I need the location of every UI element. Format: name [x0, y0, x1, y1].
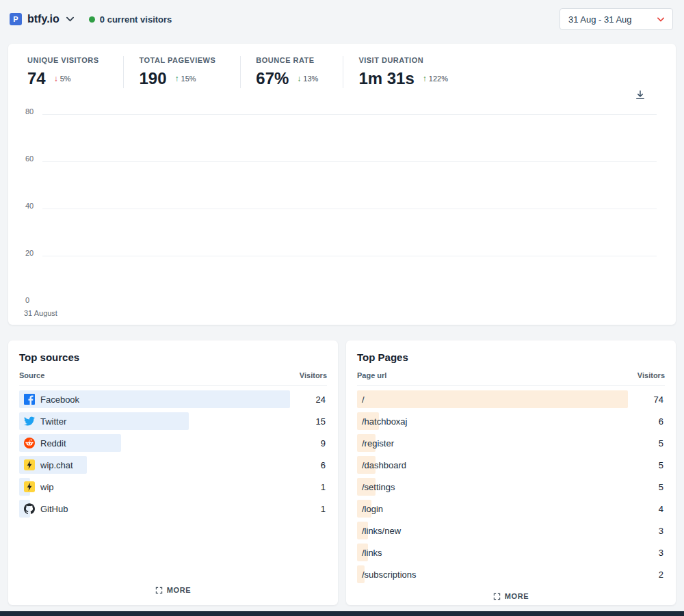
row-label-group: /login	[357, 504, 383, 514]
wip-icon	[24, 481, 35, 492]
expand-icon	[155, 587, 163, 594]
trend-arrow-icon: ↓	[54, 74, 58, 83]
row-label: /settings	[362, 482, 395, 492]
table-header: Page url Visitors	[357, 371, 665, 386]
stat-label: UNIQUE VISITORS	[27, 56, 98, 64]
gridline	[42, 256, 657, 256]
row-visitors: 2	[659, 570, 665, 580]
page-row[interactable]: /74	[357, 388, 665, 410]
site-name: btfy.io	[27, 13, 60, 25]
trend-arrow-icon: ↑	[423, 74, 427, 83]
row-visitors: 1	[321, 504, 327, 514]
y-tick-label: 20	[25, 249, 34, 257]
y-tick-label: 60	[25, 155, 34, 163]
stat-delta-value: 5%	[60, 75, 71, 83]
row-visitors: 24	[316, 394, 327, 405]
row-label: /register	[362, 438, 394, 448]
row-label-group: wip.chat	[19, 459, 73, 470]
row-label: /hatchboxaj	[362, 416, 408, 427]
row-label-group: GitHub	[19, 503, 68, 514]
row-label-group: /hatchboxaj	[357, 416, 408, 427]
row-label-group: /settings	[357, 482, 395, 492]
download-button[interactable]	[635, 90, 646, 103]
page-row[interactable]: /register5	[357, 432, 665, 454]
pages-more-button[interactable]: MORE	[493, 585, 529, 606]
row-label-group: Facebook	[19, 394, 79, 405]
page-row[interactable]: /links3	[357, 541, 665, 563]
row-label: wip.chat	[40, 460, 73, 470]
stat-delta-value: 15%	[181, 75, 196, 83]
row-label-group: /links/new	[357, 526, 401, 536]
source-row[interactable]: Facebook24	[19, 388, 327, 410]
chevron-down-icon	[657, 17, 664, 22]
detail-cards: Top sources Source Visitors Facebook24Tw…	[8, 340, 676, 605]
reddit-icon	[24, 438, 35, 448]
row-label: /login	[362, 504, 383, 514]
row-label: /	[362, 394, 365, 405]
row-visitors: 5	[659, 438, 665, 448]
row-label: /dashboard	[362, 460, 406, 470]
wip-icon	[24, 459, 35, 470]
row-visitors: 74	[654, 394, 665, 405]
row-label: Reddit	[40, 438, 66, 448]
stat-block: UNIQUE VISITORS 74 ↓ 5%	[27, 56, 123, 88]
row-visitors: 3	[659, 548, 665, 558]
source-row[interactable]: GitHub1	[19, 498, 327, 520]
page-row[interactable]: /login4	[357, 498, 665, 520]
row-label: /links	[362, 548, 382, 558]
row-label-group: Reddit	[19, 438, 66, 448]
stat-label: TOTAL PAGEVIEWS	[139, 56, 215, 64]
source-row[interactable]: Twitter15	[19, 410, 327, 432]
trend-arrow-icon: ↑	[175, 74, 179, 83]
source-row[interactable]: wip.chat6	[19, 454, 327, 476]
stat-value: 67%	[256, 69, 289, 88]
current-visitors: 0 current visitors	[89, 14, 172, 25]
more-label: MORE	[167, 586, 191, 594]
header: P btfy.io 0 current visitors 31 Aug - 31…	[0, 0, 684, 38]
top-pages-card: Top Pages Page url Visitors /74/hatchbox…	[346, 340, 676, 605]
card-title: Top sources	[19, 351, 327, 363]
stat-delta-value: 13%	[303, 75, 318, 83]
chevron-down-icon	[66, 16, 74, 22]
download-icon	[635, 90, 646, 103]
row-visitors: 15	[316, 416, 327, 427]
row-visitors: 3	[659, 526, 665, 536]
stat-label: VISIT DURATION	[358, 56, 448, 64]
row-visitors: 6	[321, 460, 327, 470]
page-row[interactable]: /dashboard5	[357, 454, 665, 476]
footer-bar	[0, 611, 684, 616]
stat-delta-value: 122%	[429, 75, 448, 83]
row-label: Twitter	[40, 416, 66, 427]
visitors-chart: 806040200 31 August	[27, 111, 657, 317]
row-label: /links/new	[362, 526, 401, 536]
row-visitors: 6	[659, 416, 665, 427]
source-row[interactable]: wip1	[19, 476, 327, 498]
gridline	[42, 114, 657, 115]
page-row[interactable]: /hatchboxaj6	[357, 410, 665, 432]
source-row[interactable]: Reddit9	[19, 432, 327, 454]
row-label-group: wip	[19, 481, 54, 492]
y-tick-label: 80	[25, 107, 34, 116]
pages-rows: /74/hatchboxaj6/register5/dashboard5/set…	[357, 388, 665, 585]
stat-delta: ↑ 15%	[175, 74, 196, 83]
site-switcher[interactable]: P btfy.io	[10, 13, 74, 25]
page-row[interactable]: /links/new3	[357, 520, 665, 541]
y-tick-label: 40	[25, 202, 34, 210]
column-source: Source	[19, 371, 44, 379]
stat-value: 74	[27, 69, 46, 88]
stat-value: 190	[139, 69, 166, 88]
date-range-value: 31 Aug - 31 Aug	[568, 14, 632, 25]
twitter-icon	[24, 416, 35, 427]
date-range-picker[interactable]: 31 Aug - 31 Aug	[560, 8, 673, 30]
column-page-url: Page url	[357, 371, 386, 379]
column-visitors: Visitors	[300, 371, 327, 379]
page-row[interactable]: /subscriptions2	[357, 563, 665, 585]
row-visitors: 5	[659, 460, 665, 470]
expand-icon	[493, 593, 501, 600]
stat-delta: ↓ 13%	[297, 74, 318, 83]
top-sources-card: Top sources Source Visitors Facebook24Tw…	[8, 340, 338, 605]
stat-delta: ↓ 5%	[54, 74, 71, 83]
page-row[interactable]: /settings5	[357, 476, 665, 498]
sources-more-button[interactable]: MORE	[155, 579, 191, 600]
row-label-group: /dashboard	[357, 460, 406, 470]
